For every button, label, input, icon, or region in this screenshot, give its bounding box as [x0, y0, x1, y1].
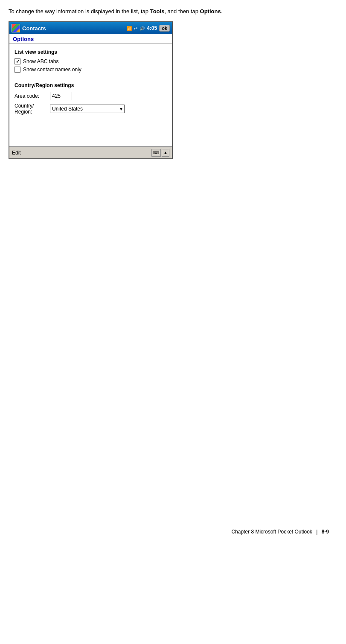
show-abc-tabs-row: Show ABC tabs — [15, 58, 167, 64]
list-view-section-title: List view settings — [15, 49, 167, 55]
show-contact-names-row: Show contact names only — [15, 67, 167, 73]
sync-icon: ⇄ — [134, 26, 137, 31]
area-code-label: Area code: — [15, 93, 47, 99]
intro-paragraph: To change the way information is display… — [9, 8, 337, 15]
bottom-toolbar: Edit ⌨ ▲ — [9, 146, 172, 158]
options-header: Options — [9, 34, 172, 44]
show-contact-names-checkbox[interactable] — [15, 67, 20, 73]
options-bold: Options — [200, 8, 221, 15]
country-region-row: Country/ Region: United States Canada Un… — [15, 103, 167, 115]
device-screen: Contacts 📶 ⇄ 🔊 4:05 ok Options List view… — [9, 21, 173, 159]
country-region-label: Country/ Region: — [15, 103, 47, 115]
toolbar-icons: ⌨ ▲ — [151, 149, 169, 157]
show-abc-tabs-checkbox[interactable] — [15, 58, 20, 64]
page-footer: Chapter 8 Microsoft Pocket Outlook | 8-9 — [231, 529, 329, 535]
footer-page-number: 8-9 — [322, 529, 329, 535]
title-bar-left: Contacts — [12, 24, 46, 32]
footer-separator: | — [316, 529, 317, 535]
title-bar-right: 📶 ⇄ 🔊 4:05 ok — [127, 25, 170, 32]
bottom-spacer — [15, 117, 167, 143]
app-title: Contacts — [22, 25, 46, 32]
volume-icon: 🔊 — [140, 26, 145, 31]
footer-chapter-text: Chapter 8 Microsoft Pocket Outlook — [231, 529, 312, 535]
spacer1 — [15, 75, 167, 81]
show-abc-tabs-label: Show ABC tabs — [23, 58, 58, 64]
tools-bold: Tools — [150, 8, 165, 15]
area-code-row: Area code: — [15, 92, 167, 100]
country-region-select[interactable]: United States Canada United Kingdom Aust… — [50, 105, 125, 113]
ok-button[interactable]: ok — [159, 25, 170, 32]
country-region-section-title: Country/Region settings — [15, 82, 167, 88]
country-select-wrapper: United States Canada United Kingdom Aust… — [50, 105, 125, 113]
edit-button[interactable]: Edit — [12, 150, 21, 156]
keyboard-icon[interactable]: ⌨ — [151, 149, 161, 157]
options-title: Options — [13, 36, 34, 42]
windows-logo-icon — [12, 24, 20, 32]
content-area: List view settings Show ABC tabs Show co… — [9, 44, 172, 146]
lower-page-area: Chapter 8 Microsoft Pocket Outlook | 8-9 — [9, 159, 337, 543]
title-bar: Contacts 📶 ⇄ 🔊 4:05 ok — [9, 22, 172, 34]
show-contact-names-label: Show contact names only — [23, 67, 81, 73]
signal-bars-icon: 📶 — [127, 26, 132, 31]
area-code-input[interactable] — [50, 92, 72, 100]
up-arrow-icon[interactable]: ▲ — [162, 149, 169, 157]
time-display: 4:05 — [147, 25, 157, 31]
